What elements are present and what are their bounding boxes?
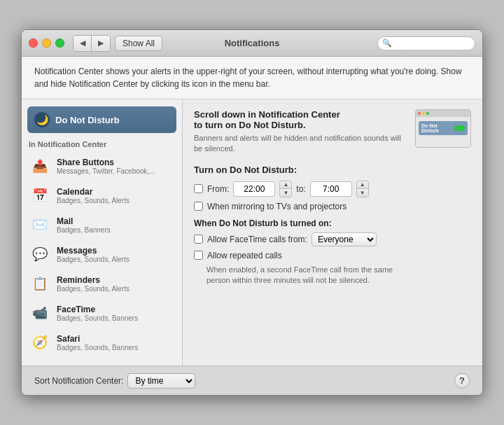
right-panel: Scroll down in Notification Centerto tur… (183, 99, 482, 365)
mini-dnd-banner: Do Not Disturb (419, 121, 468, 135)
scroll-section: Scroll down in Notification Centerto tur… (194, 109, 471, 155)
from-time-up[interactable]: ▲ (280, 181, 291, 189)
sort-select[interactable]: By time Manually (127, 373, 195, 389)
sidebar-item-messages[interactable]: 💬 Messages Badges, Sounds, Alerts (22, 239, 182, 269)
facetime-name: FaceTime (57, 305, 138, 314)
moon-icon: 🌙 (34, 112, 50, 127)
mini-preview: Do Not Disturb (415, 109, 471, 148)
sidebar-item-dnd[interactable]: 🌙 Do Not Disturb (27, 106, 176, 133)
from-time-stepper: ▲ ▼ (279, 181, 292, 197)
calendar-name: Calendar (57, 187, 130, 197)
mini-close-dot (418, 112, 421, 115)
nav-button-group: ◀ ▶ (73, 35, 111, 52)
from-time-input[interactable] (233, 181, 275, 197)
allow-facetime-checkbox[interactable] (194, 235, 203, 244)
show-all-button[interactable]: Show All (115, 36, 162, 51)
from-checkbox[interactable] (194, 184, 203, 193)
messages-name: Messages (57, 246, 130, 256)
turn-on-title: Turn on Do Not Disturb: (194, 165, 471, 175)
facetime-sub: Badges, Sounds, Banners (57, 314, 138, 322)
scroll-title: Scroll down in Notification Centerto tur… (194, 109, 407, 130)
minimize-button[interactable] (42, 39, 51, 48)
messages-sub: Badges, Sounds, Alerts (57, 256, 130, 263)
calendar-icon: 📅 (29, 184, 51, 207)
facetime-row: Allow FaceTime calls from: Everyone Favo… (194, 232, 471, 246)
mirroring-checkbox[interactable] (194, 202, 203, 211)
facetime-caller-select[interactable]: Everyone Favorites Contacts (312, 232, 377, 246)
from-time-down[interactable]: ▼ (280, 189, 291, 197)
sidebar-item-facetime[interactable]: 📹 FaceTime Badges, Sounds, Banners (22, 298, 182, 328)
scroll-desc: Banners and alerts will be hidden and no… (194, 133, 407, 155)
share-buttons-sub: Messages, Twitter, Facebook,... (57, 167, 155, 175)
repeated-calls-desc: When enabled, a second FaceTime call fro… (206, 265, 410, 286)
help-button[interactable]: ? (454, 373, 470, 389)
facetime-icon: 📹 (29, 302, 51, 324)
mini-max-dot (426, 112, 429, 115)
traffic-lights (29, 39, 64, 48)
close-button[interactable] (29, 39, 38, 48)
allow-repeated-label: Allow repeated calls (207, 251, 282, 260)
bottom-bar: Sort Notification Center: By time Manual… (22, 365, 482, 395)
main-content: 🌙 Do Not Disturb In Notification Center … (22, 99, 482, 365)
to-time-input[interactable] (310, 181, 352, 197)
to-time-up[interactable]: ▲ (357, 181, 368, 189)
allow-facetime-label: Allow FaceTime calls from: (207, 235, 307, 244)
calendar-sub: Badges, Sounds, Alerts (57, 197, 130, 204)
dnd-label: Do Not Disturb (55, 115, 120, 125)
notifications-window: ◀ ▶ Show All Notifications 🔍 Notificatio… (21, 29, 483, 396)
mirroring-row: When mirroring to TVs and projectors (194, 202, 471, 211)
mail-sub: Badges, Banners (57, 226, 111, 234)
repeated-calls-row: Allow repeated calls (194, 251, 471, 260)
mini-toggle (454, 125, 465, 131)
search-input[interactable] (377, 36, 475, 50)
reminders-sub: Badges, Sounds, Alerts (57, 285, 130, 293)
sidebar: 🌙 Do Not Disturb In Notification Center … (22, 99, 183, 365)
forward-button[interactable]: ▶ (92, 36, 110, 51)
title-bar: ◀ ▶ Show All Notifications 🔍 (22, 30, 482, 57)
search-field-wrap: 🔍 (377, 36, 475, 50)
when-dnd-section: When Do Not Disturb is turned on: Allow … (194, 218, 471, 286)
from-to-row: From: ▲ ▼ to: ▲ ▼ (194, 181, 471, 197)
dnd-options-section: Turn on Do Not Disturb: From: ▲ ▼ to: ▲ … (194, 165, 471, 211)
window-title: Notifications (225, 38, 280, 48)
share-buttons-name: Share Buttons (57, 158, 155, 167)
reminders-icon: 📋 (29, 272, 51, 295)
safari-sub: Badges, Sounds, Banners (57, 344, 138, 351)
maximize-button[interactable] (55, 39, 64, 48)
share-buttons-icon: 📤 (29, 155, 51, 177)
mail-name: Mail (57, 216, 111, 226)
description-text: Notification Center shows your alerts in… (34, 67, 462, 89)
mini-dnd-text: Do Not Disturb (421, 123, 454, 133)
sidebar-item-safari[interactable]: 🧭 Safari Badges, Sounds, Banners (22, 328, 182, 357)
sidebar-item-reminders[interactable]: 📋 Reminders Badges, Sounds, Alerts (22, 269, 182, 298)
allow-repeated-checkbox[interactable] (194, 251, 203, 260)
mirroring-label: When mirroring to TVs and projectors (207, 202, 346, 211)
to-time-stepper: ▲ ▼ (356, 181, 369, 197)
sidebar-item-mail[interactable]: ✉️ Mail Badges, Banners (22, 210, 182, 239)
to-label: to: (296, 184, 305, 194)
messages-icon: 💬 (29, 243, 51, 265)
mini-min-dot (422, 112, 425, 115)
to-time-down[interactable]: ▼ (357, 189, 368, 197)
sidebar-item-share-buttons[interactable]: 📤 Share Buttons Messages, Twitter, Faceb… (22, 151, 182, 181)
description-bar: Notification Center shows your alerts in… (22, 57, 482, 99)
safari-icon: 🧭 (29, 331, 51, 354)
mail-icon: ✉️ (29, 214, 51, 236)
back-button[interactable]: ◀ (74, 36, 92, 51)
sidebar-item-calendar[interactable]: 📅 Calendar Badges, Sounds, Alerts (22, 181, 182, 210)
when-dnd-title: When Do Not Disturb is turned on: (194, 218, 471, 228)
sort-label: Sort Notification Center: (34, 376, 123, 386)
from-label: From: (207, 184, 229, 194)
reminders-name: Reminders (57, 275, 130, 285)
safari-name: Safari (57, 334, 138, 344)
sidebar-section-label: In Notification Center (22, 133, 182, 151)
